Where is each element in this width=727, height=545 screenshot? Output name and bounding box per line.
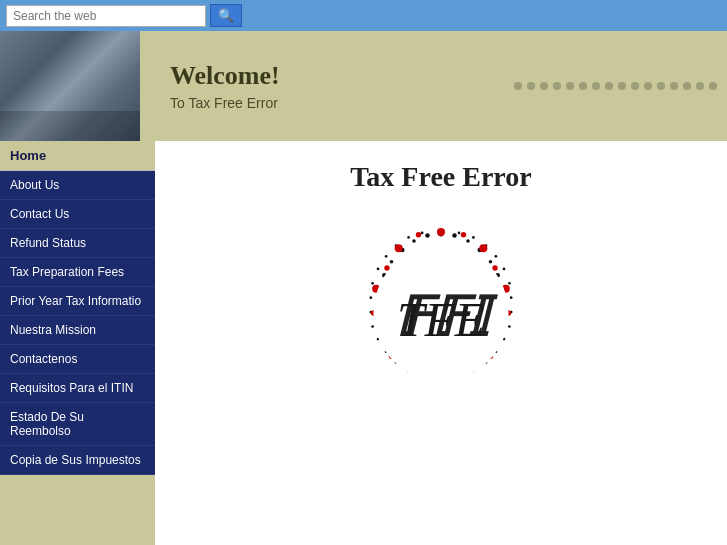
svg-point-36 bbox=[503, 268, 506, 271]
dot bbox=[618, 82, 626, 90]
sidebar-item-prior-year[interactable]: Prior Year Tax Informatio bbox=[0, 287, 155, 316]
svg-point-2 bbox=[425, 233, 430, 238]
svg-point-31 bbox=[407, 236, 410, 239]
svg-point-40 bbox=[510, 296, 513, 299]
dot bbox=[540, 82, 548, 90]
dot bbox=[527, 82, 535, 90]
dot bbox=[553, 82, 561, 90]
dot bbox=[709, 82, 717, 90]
dot bbox=[605, 82, 613, 90]
svg-point-64 bbox=[395, 244, 403, 252]
header-image bbox=[0, 31, 140, 141]
svg-text:TFE: TFE bbox=[397, 292, 485, 347]
header-banner: Welcome! To Tax Free Error bbox=[0, 31, 727, 141]
svg-point-28 bbox=[458, 232, 461, 235]
sidebar-item-tax-prep-fees[interactable]: Tax Preparation Fees bbox=[0, 258, 155, 287]
sidebar-item-estado[interactable]: Estado De Su Reembolso bbox=[0, 403, 155, 446]
svg-point-41 bbox=[369, 296, 372, 299]
svg-point-3 bbox=[466, 239, 470, 243]
dot bbox=[644, 82, 652, 90]
svg-point-45 bbox=[371, 325, 374, 328]
header-dots bbox=[514, 82, 717, 90]
sidebar-item-about-us[interactable]: About Us bbox=[0, 171, 155, 200]
sidebar-item-requisitos[interactable]: Requisitos Para el ITIN bbox=[0, 374, 155, 403]
svg-point-72 bbox=[384, 265, 389, 270]
svg-point-39 bbox=[371, 282, 374, 285]
sidebar-item-home[interactable]: Home bbox=[0, 141, 155, 171]
dot bbox=[696, 82, 704, 90]
sidebar-item-contact-us[interactable]: Contact Us bbox=[0, 200, 155, 229]
svg-point-38 bbox=[508, 282, 511, 285]
svg-point-56 bbox=[437, 228, 445, 236]
logo-svg: 𝔽𝔽𝕀 TFE bbox=[351, 223, 531, 403]
search-button[interactable]: 🔍 bbox=[210, 4, 242, 27]
svg-point-73 bbox=[416, 232, 421, 237]
svg-point-44 bbox=[508, 325, 511, 328]
sidebar-item-contactenos[interactable]: Contactenos bbox=[0, 345, 155, 374]
sidebar-bottom bbox=[0, 475, 155, 545]
dot bbox=[592, 82, 600, 90]
svg-point-57 bbox=[479, 244, 487, 252]
svg-point-4 bbox=[412, 239, 416, 243]
welcome-subtitle: To Tax Free Error bbox=[170, 95, 697, 111]
main-content: Tax Free Error bbox=[155, 141, 727, 545]
svg-point-35 bbox=[385, 255, 388, 258]
svg-point-34 bbox=[495, 255, 498, 258]
search-bar: 🔍 bbox=[0, 0, 727, 31]
dot bbox=[514, 82, 522, 90]
sidebar-item-nuestra-mission[interactable]: Nuestra Mission bbox=[0, 316, 155, 345]
logo-circle: 𝔽𝔽𝕀 TFE bbox=[351, 223, 531, 403]
dot bbox=[683, 82, 691, 90]
svg-point-7 bbox=[489, 260, 493, 264]
dot bbox=[579, 82, 587, 90]
svg-point-29 bbox=[421, 232, 424, 235]
dot bbox=[631, 82, 639, 90]
svg-point-37 bbox=[377, 268, 380, 271]
sidebar-item-copia[interactable]: Copia de Sus Impuestos bbox=[0, 446, 155, 475]
dot bbox=[566, 82, 574, 90]
search-input[interactable] bbox=[6, 5, 206, 27]
header-photo bbox=[0, 31, 140, 141]
dot bbox=[670, 82, 678, 90]
svg-point-1 bbox=[452, 233, 457, 238]
svg-point-30 bbox=[472, 236, 475, 239]
main-layout: Home About Us Contact Us Refund Status T… bbox=[0, 141, 727, 545]
svg-point-66 bbox=[492, 265, 497, 270]
svg-point-65 bbox=[461, 232, 466, 237]
page-title: Tax Free Error bbox=[350, 161, 531, 193]
sidebar: Home About Us Contact Us Refund Status T… bbox=[0, 141, 155, 545]
svg-point-8 bbox=[390, 260, 394, 264]
sidebar-item-refund-status[interactable]: Refund Status bbox=[0, 229, 155, 258]
dot bbox=[657, 82, 665, 90]
